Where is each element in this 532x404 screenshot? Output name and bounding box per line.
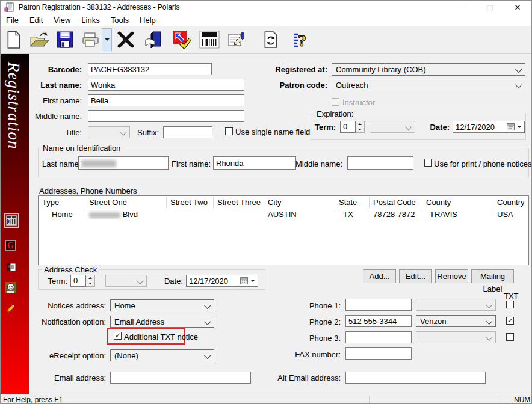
col-street-two[interactable]: Street Two bbox=[167, 197, 214, 208]
barcode-button[interactable] bbox=[195, 28, 224, 52]
minimize-button[interactable]: — bbox=[448, 1, 476, 14]
delete-button[interactable] bbox=[112, 28, 140, 52]
new-record-button[interactable] bbox=[1, 28, 27, 52]
patron-code-select[interactable]: Outreach bbox=[332, 79, 525, 91]
barcode-input[interactable] bbox=[88, 63, 212, 75]
edit-button[interactable]: Edit... bbox=[399, 269, 432, 283]
col-street-three[interactable]: Street Three bbox=[214, 197, 264, 208]
memo-pen-icon bbox=[227, 31, 246, 48]
maximize-button: ▢ bbox=[476, 1, 504, 14]
col-postal-code[interactable]: Postal Code bbox=[370, 197, 422, 208]
notification-option-label: Notification option: bbox=[32, 317, 106, 326]
use-for-notices-checkbox[interactable] bbox=[424, 159, 432, 167]
check-patron-button[interactable] bbox=[169, 28, 195, 52]
address-check-term-spinner[interactable]: 0 bbox=[70, 275, 95, 287]
add-button[interactable]: Add... bbox=[363, 269, 396, 283]
help-button[interactable]: ? bbox=[288, 28, 315, 52]
phone2-txt-checkbox[interactable] bbox=[506, 317, 514, 325]
use-single-name-checkbox[interactable] bbox=[225, 127, 233, 135]
table-row[interactable]: Home Blvd AUSTIN TX 78728-7872 TRAVIS US… bbox=[39, 209, 528, 219]
mailing-label-button[interactable]: Mailing Label bbox=[471, 269, 514, 283]
remove-button[interactable]: Remove bbox=[435, 269, 468, 283]
menu-file[interactable]: File bbox=[1, 14, 24, 26]
phone2-carrier-select[interactable]: Verizon bbox=[416, 315, 496, 327]
col-state[interactable]: State bbox=[335, 197, 370, 208]
spin-up-icon bbox=[356, 121, 364, 127]
date-dropdown-arrow-icon bbox=[250, 280, 255, 284]
menu-edit[interactable]: Edit bbox=[24, 14, 48, 26]
notes-button[interactable] bbox=[224, 28, 249, 52]
status-message: For Help, press F1 bbox=[3, 396, 63, 404]
col-city[interactable]: City bbox=[264, 197, 335, 208]
registered-at-select[interactable]: Community Library (COB) bbox=[332, 63, 525, 76]
suffix-input[interactable] bbox=[163, 126, 212, 138]
spin-down-icon bbox=[86, 281, 94, 287]
print-button[interactable] bbox=[80, 28, 102, 52]
name-on-id-group: Name on Identification Last name: First … bbox=[38, 148, 529, 177]
renew-icon bbox=[263, 31, 279, 49]
renew-button[interactable] bbox=[254, 28, 288, 52]
use-for-notices-label: Use for print / phone notices bbox=[434, 159, 530, 168]
last-name-input[interactable] bbox=[88, 79, 244, 91]
expiration-term-spinner[interactable]: 0 bbox=[340, 121, 365, 133]
menu-tools[interactable]: Tools bbox=[105, 14, 134, 26]
sidebar-claims-icon[interactable]: G bbox=[5, 240, 17, 252]
phone1-txt-checkbox[interactable] bbox=[506, 301, 514, 308]
phone1-input[interactable] bbox=[345, 299, 412, 311]
open-button[interactable] bbox=[27, 28, 52, 52]
address-check-date-label: Date: bbox=[159, 277, 183, 286]
sidebar-title: Registration bbox=[4, 62, 23, 150]
col-street-one[interactable]: Street One bbox=[85, 197, 167, 208]
phone3-input[interactable] bbox=[345, 331, 412, 343]
sidebar-edit-icon[interactable] bbox=[5, 302, 17, 314]
title-label: Title: bbox=[46, 128, 82, 137]
address-check-unit-select bbox=[105, 275, 147, 287]
address-check-term-label: Term: bbox=[43, 277, 67, 286]
address-check-legend: Address Check bbox=[42, 265, 99, 274]
num-lock-indicator: NUM bbox=[514, 396, 530, 404]
close-button[interactable]: ✕ bbox=[504, 1, 531, 14]
save-button[interactable] bbox=[52, 28, 78, 52]
instructor-label: Instructor bbox=[342, 98, 385, 107]
col-type[interactable]: Type bbox=[39, 197, 85, 208]
additional-txt-label: Additional TXT notice bbox=[124, 332, 202, 341]
first-name-input[interactable] bbox=[88, 94, 244, 106]
sidebar-patron-icon[interactable] bbox=[5, 282, 17, 294]
menu-view[interactable]: View bbox=[48, 14, 76, 26]
col-country[interactable]: Country bbox=[493, 197, 528, 208]
svg-text:?: ? bbox=[298, 31, 306, 49]
id-first-name-input[interactable] bbox=[213, 156, 296, 170]
notices-address-select[interactable]: Home bbox=[110, 299, 214, 311]
address-check-group: Address Check Term: 0 Date: 12/17/2020 bbox=[38, 269, 265, 290]
sidebar-addresses-icon[interactable] bbox=[4, 213, 19, 228]
phone3-txt-checkbox[interactable] bbox=[506, 333, 514, 341]
additional-txt-checkbox[interactable] bbox=[114, 332, 122, 340]
addresses-table[interactable]: Type Street One Street Two Street Three … bbox=[38, 195, 529, 265]
expiration-legend: Expiration: bbox=[315, 109, 355, 118]
patron-status-button[interactable] bbox=[140, 28, 169, 52]
sidebar-notes-icon[interactable] bbox=[5, 262, 17, 274]
phone1-carrier-select bbox=[416, 299, 496, 311]
ereceipt-option-select[interactable]: (None) bbox=[110, 349, 214, 361]
col-county[interactable]: County bbox=[422, 197, 493, 208]
status-separator bbox=[369, 396, 370, 404]
email-address-input[interactable] bbox=[110, 372, 251, 384]
expiration-date-input[interactable]: 12/17/2020 bbox=[453, 121, 525, 133]
address-check-date-input[interactable]: 12/17/2020 bbox=[186, 275, 258, 287]
print-options-dropdown[interactable] bbox=[102, 28, 112, 51]
phone2-input[interactable] bbox=[345, 315, 412, 327]
new-document-icon bbox=[6, 31, 22, 49]
id-last-name-input[interactable] bbox=[78, 156, 169, 170]
menu-links[interactable]: Links bbox=[76, 14, 105, 26]
title-select bbox=[88, 126, 130, 138]
delete-x-icon bbox=[117, 31, 134, 48]
expiration-group: Expiration: Term: 0 Date: 12/17/2020 bbox=[311, 114, 526, 140]
id-middle-name-input[interactable] bbox=[347, 156, 413, 170]
middle-name-input[interactable] bbox=[88, 110, 244, 122]
alt-email-input[interactable] bbox=[345, 372, 486, 384]
fax-number-input[interactable] bbox=[345, 347, 412, 360]
print-icon bbox=[82, 31, 100, 48]
notification-option-select[interactable]: Email Address bbox=[110, 316, 214, 328]
save-icon bbox=[57, 31, 73, 48]
menu-help[interactable]: Help bbox=[134, 14, 161, 26]
